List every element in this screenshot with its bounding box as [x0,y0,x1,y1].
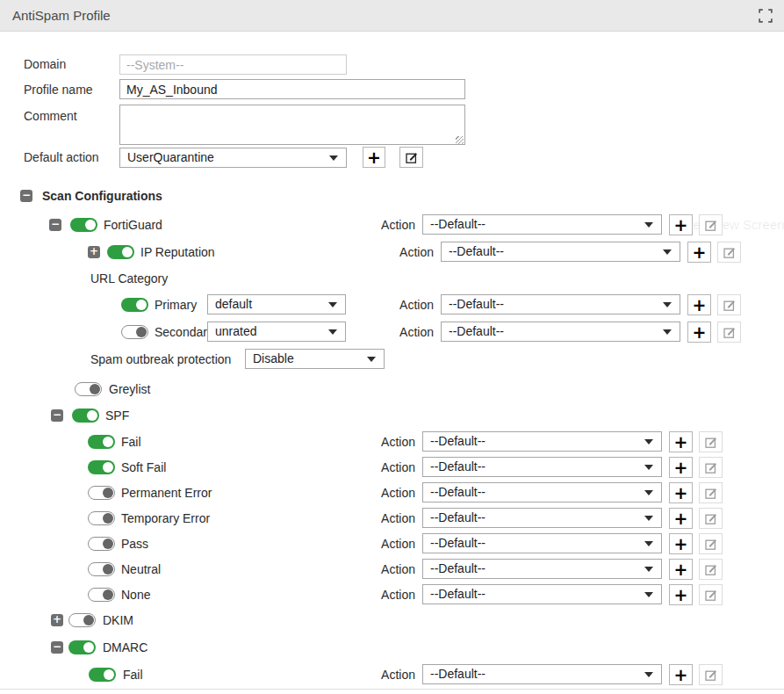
secondary-action-select[interactable]: --Default-- [441,322,680,342]
spf-temporary-error-action-select[interactable]: --Default-- [422,508,662,528]
spf-temporary-error-edit-action-button [699,508,723,529]
spf-pass-action-select[interactable]: --Default-- [422,533,662,553]
spf-soft-fail-toggle[interactable] [88,460,115,474]
spf-fail-action-select[interactable]: --Default-- [422,431,662,452]
spf-temporary-error-toggle[interactable] [88,511,115,525]
profile-name-label: Profile name [24,80,93,100]
action-label: Action [354,584,415,605]
spf-pass-toggle[interactable] [88,537,115,551]
edit-pencil-icon [723,300,736,314]
comment-label: Comment [24,106,77,127]
primary-label: Primary [155,294,197,315]
secondary-select[interactable]: unrated [207,322,346,342]
fortiguard-toggle[interactable] [70,218,97,232]
dropdown-arrow-icon [644,567,653,572]
toggle-knob-icon [90,384,100,394]
primary-action-select[interactable]: --Default-- [441,294,680,314]
action-label: Action [372,242,434,263]
spf-neutral-action-select[interactable]: --Default-- [422,559,662,579]
row-spf-fail: Fail Action --Default-- + [0,431,784,452]
fullscreen-button[interactable] [759,9,773,23]
spf-permanent-error-toggle[interactable] [88,486,115,500]
spf-fail-label: Fail [121,431,141,452]
dmarc-fail-add-action-button[interactable]: + [669,664,693,685]
toggle-knob-icon [83,615,94,625]
primary-select[interactable]: default [207,294,346,314]
primary-toggle[interactable] [121,298,148,312]
dropdown-arrow-icon [644,541,653,546]
greylist-toggle[interactable] [75,382,102,396]
profile-name-input[interactable] [119,79,465,99]
antispam-profile-panel: AntiSpam Profile Take a new Screenshot D… [0,0,784,694]
dropdown-arrow-icon [644,490,653,495]
fortiguard-add-action-button[interactable]: + [669,214,693,235]
spf-temporary-error-add-action-button[interactable]: + [669,508,693,529]
spf-pass-add-action-button[interactable]: + [669,533,693,554]
fortiguard-action-select[interactable]: --Default-- [422,214,662,235]
primary-add-action-button[interactable]: + [687,294,711,315]
row-spf: − SPF [0,405,784,426]
spf-soft-fail-add-action-button[interactable]: + [669,457,693,478]
spf-permanent-error-action-select[interactable]: --Default-- [422,482,662,502]
fortiguard-collapse-button[interactable]: − [49,219,61,231]
spf-fail-add-action-button[interactable]: + [669,431,693,452]
dropdown-arrow-icon [644,516,653,521]
spf-neutral-toggle[interactable] [88,562,115,576]
row-fortiguard: − FortiGuard Action --Default-- + [0,214,784,235]
secondary-edit-action-button [717,322,741,343]
toggle-knob-icon [103,437,113,447]
dkim-toggle[interactable] [68,613,96,627]
default-action-edit-button[interactable] [399,147,423,168]
row-dmarc-fail: Fail Action --Default-- + [0,664,784,685]
ip-reputation-expand-button[interactable]: + [88,246,100,258]
edit-pencil-icon [705,220,717,234]
spam-outbreak-protection-select[interactable]: Disable [245,349,385,369]
action-label: Action [354,508,415,529]
edit-pencil-icon [705,437,717,451]
dkim-expand-button[interactable]: + [51,614,63,626]
row-spf-neutral: Neutral Action --Default-- + [0,559,784,580]
dmarc-collapse-button[interactable]: − [51,641,63,654]
resize-grip-icon[interactable] [456,136,464,144]
toggle-knob-icon [103,539,113,549]
secondary-toggle[interactable] [121,325,148,339]
spf-neutral-edit-action-button [699,559,723,580]
toggle-knob-icon [103,564,113,575]
toggle-knob-icon [83,642,94,653]
ip-reputation-toggle[interactable] [107,245,134,259]
spf-permanent-error-edit-action-button [699,482,723,503]
dmarc-fail-edit-action-button [699,664,723,685]
spf-none-add-action-button[interactable]: + [669,584,693,605]
spam-outbreak-protection-label: Spam outbreak protection [90,349,231,370]
dmarc-fail-toggle[interactable] [89,668,116,682]
comment-textarea[interactable] [119,105,465,145]
action-label: Action [372,322,434,343]
spf-permanent-error-add-action-button[interactable]: + [669,482,693,503]
spf-soft-fail-action-select[interactable]: --Default-- [422,457,662,477]
row-spf-temporary-error: Temporary Error Action --Default-- + [0,508,784,529]
row-ip-reputation: + IP Reputation Action --Default-- + [0,242,784,263]
spf-toggle[interactable] [72,408,99,423]
dmarc-toggle[interactable] [68,640,96,654]
scan-configurations-collapse-button[interactable]: − [20,190,32,202]
dropdown-arrow-icon [663,329,672,335]
spf-none-toggle[interactable] [88,588,115,602]
row-spf-none: None Action --Default-- + [0,584,784,605]
toggle-knob-icon [85,220,96,230]
default-action-add-button[interactable]: + [363,147,385,168]
secondary-add-action-button[interactable]: + [687,322,711,343]
spf-none-action-select[interactable]: --Default-- [422,584,662,604]
spf-neutral-add-action-button[interactable]: + [669,559,693,580]
ip-reputation-action-select[interactable]: --Default-- [441,242,680,262]
action-label: Action [354,214,415,235]
row-spam-outbreak-protection: Spam outbreak protection Disable [0,349,784,370]
row-spf-pass: Pass Action --Default-- + [0,533,784,554]
edit-pencil-icon [705,488,717,502]
ip-reputation-add-action-button[interactable]: + [687,242,711,263]
panel-header: AntiSpam Profile [0,0,784,32]
default-action-select[interactable]: UserQuarantine [119,148,347,168]
dmarc-fail-action-select[interactable]: --Default-- [422,664,662,684]
row-secondary: Secondary unrated Action --Default-- + [0,322,784,343]
spf-fail-toggle[interactable] [88,435,115,449]
spf-collapse-button[interactable]: − [51,409,63,422]
